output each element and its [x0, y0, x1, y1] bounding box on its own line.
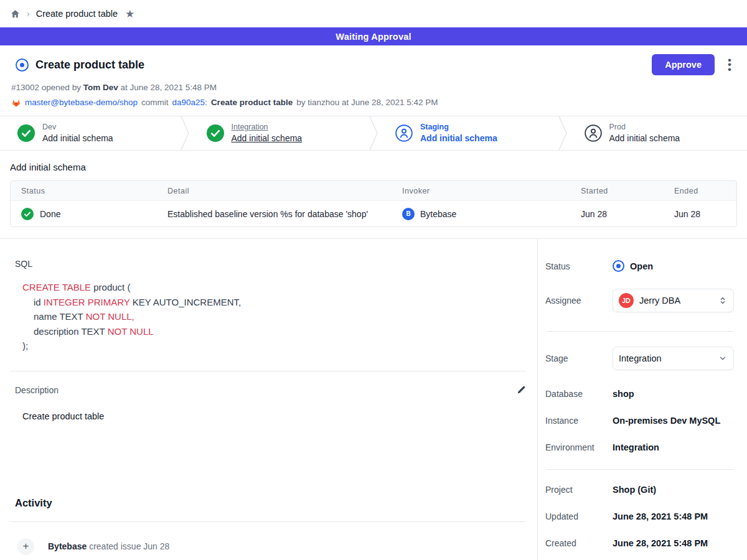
divider: [547, 469, 733, 470]
assignee-select[interactable]: JD Jerry DBA: [613, 289, 734, 312]
vcs-commit-link[interactable]: da90a25: [172, 98, 205, 107]
assignee-value: Jerry DBA: [639, 296, 680, 306]
stage-separator: [369, 116, 378, 150]
chevron-right-icon: ›: [27, 9, 30, 19]
issue-id: #13002: [11, 83, 39, 92]
content-area: SQL CREATE TABLE product (id INTEGER PRI…: [0, 238, 747, 560]
column-status: Status: [11, 187, 157, 195]
issue-header: Create product table Approve ••• #13002 …: [0, 45, 747, 116]
stage-staging[interactable]: Staging Add initial schema: [378, 116, 558, 150]
issue-open-time: at June 28, 2021 5:48 PM: [120, 83, 217, 92]
column-detail: Detail: [157, 187, 392, 195]
breadcrumb: › Create product table ★: [0, 0, 747, 27]
column-started: Started: [570, 187, 664, 195]
divider: [10, 521, 526, 522]
home-icon[interactable]: [10, 9, 21, 19]
description-text[interactable]: Create product table: [22, 411, 526, 421]
person-circle-icon: [395, 124, 413, 142]
stage-separator: [181, 116, 189, 150]
issue-author: Tom Dev: [83, 83, 118, 92]
column-invoker: Invoker: [392, 187, 570, 195]
issue-meta: #13002 opened by Tom Dev at June 28, 202…: [11, 83, 735, 92]
status-label: Status: [545, 261, 613, 271]
task-table-header: Status Detail Invoker Started Ended: [11, 181, 736, 200]
task-section-title: Add initial schema: [10, 162, 737, 172]
created-value: June 28, 2021 5:48 PM: [613, 538, 708, 548]
breadcrumb-page-title[interactable]: Create product table: [36, 9, 118, 19]
stage-task-label: Add initial schema: [42, 133, 113, 144]
assignee-avatar: JD: [619, 293, 634, 308]
instance-value[interactable]: On-premises Dev MySQL: [613, 416, 720, 426]
stage-select[interactable]: Integration: [613, 347, 734, 370]
database-label: Database: [545, 389, 613, 399]
activity-action: created issue: [89, 541, 141, 551]
task-status: Done: [40, 209, 60, 219]
gitlab-icon: [11, 98, 21, 107]
stage-value: Integration: [619, 353, 662, 363]
vcs-branch-link[interactable]: master@bytebase-demo/shop: [25, 98, 138, 107]
task-invoker: Bytebase: [420, 209, 456, 219]
invoker-avatar: B: [402, 208, 415, 220]
environment-label: Environment: [545, 442, 613, 452]
stage-dev[interactable]: Dev Add initial schema: [0, 116, 181, 150]
edit-pencil-icon[interactable]: [516, 385, 526, 395]
issue-sidebar: Status Open Assignee JD Jerry DBA Stage …: [537, 239, 747, 560]
chevron-up-down-icon: [718, 296, 727, 305]
approval-banner: Waiting Approval: [0, 27, 747, 45]
vcs-commit-message: Create product table: [211, 98, 293, 107]
pipeline-stage-bar: Dev Add initial schema Integration Add i…: [0, 116, 747, 151]
stage-env-label: Integration: [232, 122, 303, 133]
chevron-down-icon: [718, 354, 727, 363]
main-panel: SQL CREATE TABLE product (id INTEGER PRI…: [0, 239, 537, 560]
vcs-commit-line: master@bytebase-demo/shop commit da90a25…: [11, 98, 735, 107]
vcs-commit-byline: by tianzhou at June 28, 2021 5:42 PM: [296, 98, 438, 107]
check-circle-icon: [207, 124, 224, 142]
stage-env-label: Dev: [42, 122, 113, 133]
task-section: Add initial schema Status Detail Invoker…: [0, 151, 747, 238]
activity-item: + Bytebase created issue Jun 28: [17, 538, 526, 555]
issue-open-icon: [16, 58, 29, 72]
table-row[interactable]: Done Established baseline version %s for…: [11, 200, 736, 226]
check-circle-icon: [17, 124, 35, 142]
project-value[interactable]: Shop (Git): [613, 485, 656, 495]
stage-task-label: Add initial schema: [609, 133, 680, 144]
approve-button[interactable]: Approve: [652, 54, 715, 75]
sql-code: CREATE TABLE product (id INTEGER PRIMARY…: [22, 280, 526, 353]
plus-icon: +: [17, 538, 34, 555]
task-ended: Jun 28: [664, 209, 736, 219]
stage-prod[interactable]: Prod Add initial schema: [567, 116, 747, 150]
stage-task-label: Add initial schema: [420, 133, 497, 144]
task-started: Jun 28: [570, 209, 664, 219]
column-ended: Ended: [664, 187, 736, 195]
stage-label: Stage: [545, 353, 613, 363]
page-title: Create product table: [35, 58, 144, 72]
description-label: Description: [15, 385, 59, 395]
check-circle-icon: [21, 208, 34, 220]
activity-title: Activity: [15, 497, 526, 509]
assignee-label: Assignee: [545, 296, 613, 306]
instance-label: Instance: [545, 416, 613, 426]
status-value: Open: [630, 261, 653, 271]
task-detail: Established baseline version %s for data…: [157, 209, 392, 219]
status-open-icon: [613, 260, 624, 272]
stage-separator: [558, 116, 567, 150]
activity-actor: Bytebase: [48, 541, 87, 551]
updated-label: Updated: [545, 511, 613, 521]
updated-value: June 28, 2021 5:48 PM: [613, 511, 708, 521]
environment-value[interactable]: Integration: [613, 442, 659, 452]
kebab-menu-icon[interactable]: •••: [725, 58, 735, 72]
activity-date: Jun 28: [143, 541, 169, 551]
divider: [10, 371, 526, 371]
stage-integration[interactable]: Integration Add initial schema: [189, 116, 370, 150]
created-label: Created: [545, 538, 613, 548]
database-value[interactable]: shop: [613, 389, 634, 399]
approval-banner-text: Waiting Approval: [336, 32, 411, 42]
project-label: Project: [545, 485, 613, 495]
sql-label: SQL: [15, 259, 526, 269]
stage-env-label: Staging: [420, 122, 497, 133]
stage-env-label: Prod: [609, 122, 680, 133]
divider: [547, 331, 733, 332]
stage-task-label: Add initial schema: [232, 133, 303, 144]
star-icon[interactable]: ★: [125, 7, 134, 21]
person-circle-icon: [585, 124, 602, 142]
